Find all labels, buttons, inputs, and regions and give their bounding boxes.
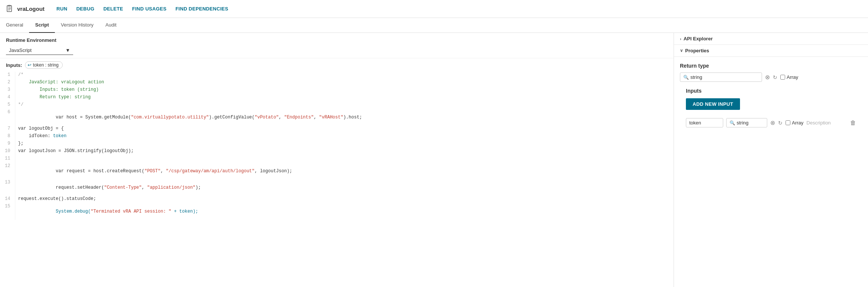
code-line-11[interactable] (15, 155, 674, 163)
code-row-5: 5 */ (0, 102, 674, 109)
code-line-12[interactable]: var request = host.createRequest("POST",… (15, 163, 674, 179)
token-input-row: 🔍 ⊗ ↻ Array Description 🗑 (686, 118, 856, 127)
code-line-6[interactable]: var host = System.getModule("com.virtual… (15, 109, 674, 126)
code-row-9: 9 }; (0, 141, 674, 148)
panel-header: Runtime Environment JavaScript ▼ (0, 33, 674, 58)
code-line-2[interactable]: JavaScript: vraLogout action (15, 79, 674, 87)
code-line-13[interactable]: request.setHeader("Content-Type", "appli… (15, 179, 674, 196)
array-checkbox-row: Array (780, 74, 798, 80)
line-num-9: 9 (0, 141, 15, 148)
line-num-3: 3 (0, 87, 15, 94)
left-panel: Runtime Environment JavaScript ▼ Inputs:… (0, 33, 674, 287)
nav-debug-btn[interactable]: DEBUG (76, 6, 94, 12)
code-line-9[interactable]: }; (15, 141, 674, 148)
token-array-checkbox[interactable] (786, 120, 790, 125)
line-num-8: 8 (0, 133, 15, 141)
token-array-label: Array (792, 120, 803, 126)
nav-actions: RUN DEBUG DELETE FIND USAGES FIND DEPEND… (56, 6, 228, 12)
array-label: Array (787, 74, 798, 80)
code-line-8[interactable]: idToken: token (15, 133, 674, 141)
code-table: 1 /* 2 JavaScript: vraLogout action 3 In… (0, 72, 674, 220)
return-type-input-wrapper: 🔍 (680, 72, 762, 82)
line-num-15: 15 (0, 203, 15, 220)
inputs-label: Inputs: (6, 62, 22, 68)
token-badge-label: token : string (33, 62, 59, 68)
line-num-4: 4 (0, 94, 15, 102)
line-num-5: 5 (0, 102, 15, 109)
code-row-10: 10 var logoutJson = JSON.stringify(logou… (0, 148, 674, 155)
tab-version-history[interactable]: Version History (55, 18, 99, 33)
code-row-4: 4 Return type: string (0, 94, 674, 102)
code-line-15[interactable]: System.debug("Terminated vRA API session… (15, 203, 674, 220)
code-row-6: 6 var host = System.getModule("com.virtu… (0, 109, 674, 126)
line-num-2: 2 (0, 79, 15, 87)
top-bar: vraLogout RUN DEBUG DELETE FIND USAGES F… (0, 0, 868, 18)
line-num-7: 7 (0, 126, 15, 133)
search-icon: 🔍 (683, 75, 689, 80)
clear-return-type-btn[interactable]: ⊗ (765, 74, 770, 81)
tab-script[interactable]: Script (29, 18, 55, 33)
chevron-down-icon-props: ∨ (680, 48, 683, 53)
runtime-value: JavaScript (9, 47, 32, 53)
chevron-right-icon: › (680, 37, 681, 41)
code-row-13: 13 request.setHeader("Content-Type", "ap… (0, 179, 674, 196)
line-num-13: 13 (0, 179, 15, 196)
token-description[interactable]: Description (806, 120, 847, 126)
clear-token-type-btn[interactable]: ⊗ (770, 119, 775, 126)
token-array-checkbox-row: Array (786, 120, 803, 126)
add-new-input-button[interactable]: ADD NEW INPUT (686, 98, 740, 110)
token-search-icon: 🔍 (730, 120, 735, 126)
inputs-section: Inputs: ↩ token : string (0, 58, 674, 72)
app-title: vraLogout (17, 6, 44, 12)
tab-general[interactable]: General (6, 18, 29, 33)
code-editor: 1 /* 2 JavaScript: vraLogout action 3 In… (0, 72, 674, 287)
nav-run-btn[interactable]: RUN (56, 6, 67, 12)
nav-delete-btn[interactable]: DELETE (103, 6, 123, 12)
runtime-select[interactable]: JavaScript ▼ (6, 46, 73, 55)
token-badge[interactable]: ↩ token : string (25, 61, 63, 69)
tab-audit[interactable]: Audit (100, 18, 123, 33)
code-line-3[interactable]: Inputs: token (string) (15, 87, 674, 94)
code-row-8: 8 idToken: token (0, 133, 674, 141)
code-line-7[interactable]: var logoutObj = { (15, 126, 674, 133)
code-row-12: 12 var request = host.createRequest("POS… (0, 163, 674, 179)
code-row-2: 2 JavaScript: vraLogout action (0, 79, 674, 87)
code-line-5[interactable]: */ (15, 102, 674, 109)
refresh-return-type-btn[interactable]: ↻ (773, 74, 777, 80)
properties-header[interactable]: ∨ Properties (674, 45, 868, 57)
line-num-1: 1 (0, 72, 15, 79)
properties-section: Return type 🔍 ⊗ ↻ Array Inputs ADD NEW I… (674, 57, 868, 139)
app-logo-icon (6, 5, 14, 13)
code-row-14: 14 request.execute().statusCode; (0, 196, 674, 203)
return-type-row: 🔍 ⊗ ↻ Array (680, 72, 862, 82)
delete-token-btn[interactable]: 🗑 (850, 120, 856, 126)
main-layout: Runtime Environment JavaScript ▼ Inputs:… (0, 33, 868, 287)
line-num-6: 6 (0, 109, 15, 126)
chevron-down-icon: ▼ (65, 47, 70, 53)
code-row-7: 7 var logoutObj = { (0, 126, 674, 133)
code-line-14[interactable]: request.execute().statusCode; (15, 196, 674, 203)
code-row-11: 11 (0, 155, 674, 163)
code-row-1: 1 /* (0, 72, 674, 79)
line-num-10: 10 (0, 148, 15, 155)
nav-find-deps-btn[interactable]: FIND DEPENDENCIES (175, 6, 228, 12)
app-logo: vraLogout (6, 5, 44, 13)
token-name-field[interactable] (686, 118, 723, 127)
code-line-10[interactable]: var logoutJson = JSON.stringify(logoutOb… (15, 148, 674, 155)
runtime-env-label: Runtime Environment (6, 37, 668, 43)
code-line-4[interactable]: Return type: string (15, 94, 674, 102)
api-explorer-header[interactable]: › API Explorer (674, 33, 868, 45)
inputs-right-label: Inputs (686, 88, 856, 94)
token-type-input[interactable] (737, 120, 764, 126)
input-badge-icon: ↩ (28, 62, 31, 68)
inputs-section-right: Inputs ADD NEW INPUT 🔍 ⊗ ↻ Array Desc (680, 82, 862, 133)
nav-find-usages-btn[interactable]: FIND USAGES (132, 6, 166, 12)
return-type-input[interactable] (690, 74, 759, 80)
array-checkbox[interactable] (780, 75, 785, 80)
refresh-token-type-btn[interactable]: ↻ (778, 120, 783, 126)
code-line-1[interactable]: /* (15, 72, 674, 79)
code-row-3: 3 Inputs: token (string) (0, 87, 674, 94)
line-num-11: 11 (0, 155, 15, 163)
token-type-wrapper: 🔍 (726, 118, 767, 127)
line-num-14: 14 (0, 196, 15, 203)
